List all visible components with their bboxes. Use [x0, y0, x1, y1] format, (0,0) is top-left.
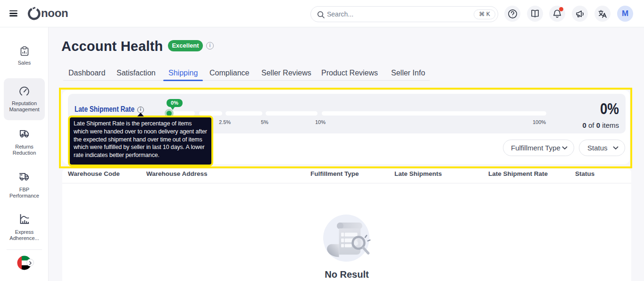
svg-text:noon: noon [41, 7, 68, 19]
